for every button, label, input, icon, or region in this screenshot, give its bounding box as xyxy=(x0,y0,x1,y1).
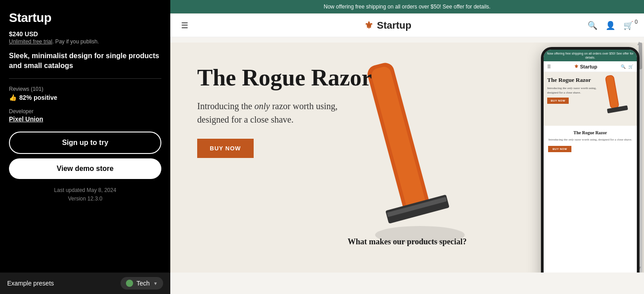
hamburger-icon[interactable]: ☰ xyxy=(181,21,188,30)
mobile-search-icon[interactable]: 🔍 xyxy=(621,64,626,69)
mobile-hamburger-icon[interactable]: ☰ xyxy=(547,64,551,69)
mobile-razor-img xyxy=(599,72,635,117)
mobile-ssub-suffix: razor worth using, designed for a close … xyxy=(574,138,632,141)
mobile-sub-prefix: Introducing the xyxy=(547,86,567,90)
mobile-sub-italic: only xyxy=(567,86,573,90)
mobile-hero-sub: Introducing the only razor worth using, … xyxy=(547,86,601,95)
cart-count: 0 xyxy=(635,19,638,25)
nav-left: ☰ xyxy=(181,21,188,30)
mobile-announcement: Now offering free shipping on all orders… xyxy=(544,50,637,61)
mobile-logo: ⚜ Startup xyxy=(574,64,597,69)
preset-color-dot xyxy=(126,280,133,287)
reviews-section: Reviews (101) 👍 82% positive xyxy=(9,86,161,101)
mobile-razor-svg xyxy=(599,72,635,117)
store-logo[interactable]: ⚜ Startup xyxy=(364,20,411,31)
bottom-bar: Example presets Tech ▼ xyxy=(0,273,170,294)
demo-button[interactable]: View demo store xyxy=(9,158,161,179)
mobile-hero: The Rogue Razor Introducing the only raz… xyxy=(544,72,637,126)
presets-dropdown[interactable]: Tech ▼ xyxy=(121,277,163,290)
hero-section: The Rogue Razor Introducing the only raz… xyxy=(170,43,644,273)
mobile-ssub-italic: only xyxy=(568,138,574,141)
announcement-text: Now offering free shipping on all orders… xyxy=(324,4,490,10)
hero-subtitle: Introducing the only razor worth using, … xyxy=(197,99,350,126)
cart-icon[interactable]: 🛒0 xyxy=(623,21,633,30)
reviews-row: 👍 82% positive xyxy=(9,94,161,101)
mobile-mockup: Now offering free shipping on all orders… xyxy=(541,47,640,273)
mobile-inner: Now offering free shipping on all orders… xyxy=(544,50,637,273)
trial-suffix: . Pay if you publish. xyxy=(52,38,99,45)
hero-title: The Rogue Razor xyxy=(197,65,372,90)
mobile-cart-icon[interactable]: 🛒 xyxy=(628,64,633,69)
account-icon[interactable]: 👤 xyxy=(605,21,615,30)
developer-label: Developer xyxy=(9,108,161,115)
trial-label[interactable]: Unlimited free trial xyxy=(9,38,52,45)
version: Version 12.3.0 xyxy=(68,196,103,202)
thumbs-up-icon: 👍 xyxy=(9,94,17,101)
mobile-ssub-prefix: Introducing the xyxy=(549,138,569,141)
developer-name[interactable]: Pixel Union xyxy=(9,115,161,123)
right-panel: Now offering free shipping on all orders… xyxy=(170,0,644,294)
mobile-section-sub: Introducing the only razor worth using, … xyxy=(544,138,637,142)
subtitle-italic: only xyxy=(255,101,270,111)
announcement-bar: Now offering free shipping on all orders… xyxy=(170,0,644,13)
mobile-logo-text: Startup xyxy=(580,64,597,69)
chevron-down-icon: ▼ xyxy=(153,281,158,286)
store-logo-text: Startup xyxy=(377,20,411,31)
price-usd: $240 USD xyxy=(9,30,161,38)
buy-now-button[interactable]: BUY NOW xyxy=(197,139,254,158)
store-nav: ☰ ⚜ Startup 🔍 👤 🛒0 xyxy=(170,14,644,37)
hero-content: The Rogue Razor Introducing the only raz… xyxy=(197,65,372,158)
app-title: Startup xyxy=(9,11,161,25)
reviews-label: Reviews (101) xyxy=(9,86,161,92)
mobile-section-title: The Rogue Razor xyxy=(544,126,637,138)
last-updated: Last updated May 8, 2024 Version 12.3.0 xyxy=(9,186,161,203)
reviews-positive: 82% positive xyxy=(19,94,57,101)
updated-date: Last updated May 8, 2024 xyxy=(54,187,117,193)
mobile-nav-icons: 🔍 🛒 xyxy=(621,64,633,69)
store-logo-icon: ⚜ xyxy=(364,20,373,31)
description: Sleek, minimalist design for single prod… xyxy=(9,51,161,71)
free-trial-text: Unlimited free trial. Pay if you publish… xyxy=(9,38,161,45)
mobile-cta-btn[interactable]: BUY NOW xyxy=(548,146,571,152)
mobile-buy-btn[interactable]: BUY NOW xyxy=(547,98,569,104)
divider xyxy=(9,78,161,79)
example-presets-label: Example presets xyxy=(7,280,54,287)
developer-section: Developer Pixel Union xyxy=(9,108,161,123)
search-icon[interactable]: 🔍 xyxy=(588,21,597,30)
mobile-hero-title: The Rogue Razor xyxy=(547,77,592,84)
signup-button[interactable]: Sign up to try xyxy=(9,132,161,154)
nav-right: 🔍 👤 🛒0 xyxy=(588,21,633,30)
mobile-nav: ☰ ⚜ Startup 🔍 🛒 xyxy=(544,61,637,72)
mobile-logo-icon: ⚜ xyxy=(574,64,579,69)
scroll-up-icon[interactable]: ▲ xyxy=(636,39,642,47)
preset-name: Tech xyxy=(137,280,150,287)
subtitle-prefix: Introducing the xyxy=(197,101,255,111)
left-panel: Startup $240 USD Unlimited free trial. P… xyxy=(0,0,170,294)
